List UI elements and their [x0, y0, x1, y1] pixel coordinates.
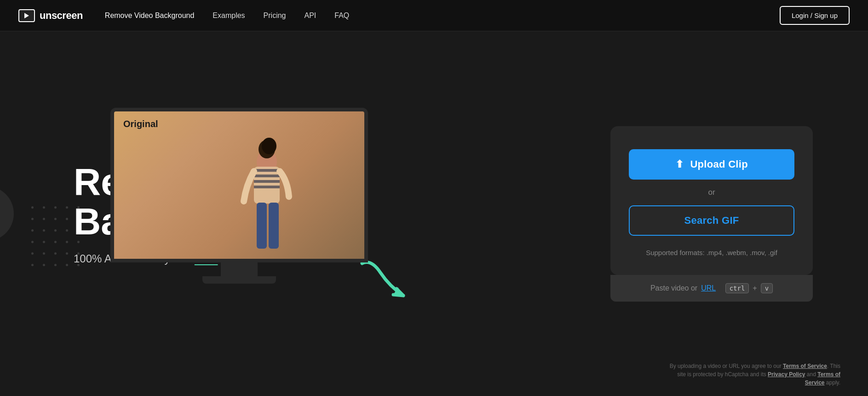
footer-tos-link[interactable]: Terms of Service — [783, 363, 827, 369]
nav-link-api[interactable]: API — [304, 12, 316, 19]
dot — [43, 206, 45, 209]
footer-text-1: By uploading a video or URL you agree to… — [670, 363, 783, 369]
svg-rect-9 — [257, 203, 267, 249]
monitor-mockup: Original — [110, 108, 368, 284]
footer-legal: By uploading a video or URL you agree to… — [666, 362, 840, 387]
upload-clip-button[interactable]: ⬆ Upload Clip — [629, 149, 794, 180]
monitor-screen: Original — [110, 108, 368, 262]
svg-rect-10 — [269, 203, 279, 249]
svg-rect-4 — [254, 167, 280, 204]
nav-link-examples[interactable]: Examples — [213, 12, 245, 19]
upload-clip-label: Upload Clip — [690, 158, 748, 170]
svg-rect-7 — [254, 180, 280, 183]
footer-text-3: and — [805, 371, 818, 378]
plus-sign: + — [753, 284, 757, 292]
svg-rect-8 — [254, 186, 280, 188]
dot — [43, 229, 45, 232]
dot — [43, 218, 45, 220]
logo-text: unscreen — [40, 10, 83, 22]
dot — [31, 229, 34, 232]
paste-text-space — [719, 284, 721, 292]
monitor-stand — [221, 262, 258, 276]
navbar: unscreen Remove Video Background Example… — [0, 0, 868, 31]
dot — [43, 241, 45, 243]
formats-text: Supported formats: .mp4, .webm, .mov, .g… — [646, 249, 777, 256]
dot — [54, 229, 57, 232]
footer-privacy-link[interactable]: Privacy Policy — [768, 371, 805, 378]
dot — [43, 252, 45, 255]
svg-rect-6 — [254, 175, 280, 177]
monitor-base — [202, 276, 276, 284]
upload-panel: ⬆ Upload Clip or Search GIF Supported fo… — [610, 126, 813, 275]
paste-bar: Paste video or URL ctrl + v — [610, 275, 813, 302]
nav-link-remove-video[interactable]: Remove Video Background — [105, 12, 195, 19]
dot — [54, 241, 57, 243]
dot — [66, 218, 68, 220]
svg-rect-5 — [254, 169, 280, 172]
original-label: Original — [123, 119, 158, 129]
or-divider: or — [708, 188, 715, 197]
nav-item-api[interactable]: API — [304, 12, 316, 20]
nav-links: Remove Video Background Examples Pricing… — [105, 12, 349, 20]
nav-link-pricing[interactable]: Pricing — [264, 12, 286, 19]
paste-text: Paste video or — [650, 284, 697, 292]
login-button[interactable]: Login / Sign up — [780, 6, 850, 25]
dot — [54, 264, 57, 266]
nav-item-pricing[interactable]: Pricing — [264, 12, 286, 20]
upload-icon: ⬆ — [675, 158, 684, 170]
kbd-v: v — [761, 283, 773, 293]
dot — [66, 264, 68, 266]
nav-link-faq[interactable]: FAQ — [334, 12, 349, 19]
dot — [54, 218, 57, 220]
hero-right-panel: ⬆ Upload Clip or Search GIF Supported fo… — [610, 126, 813, 302]
dot — [66, 206, 68, 209]
monitor-image: Original — [114, 111, 364, 259]
dot — [66, 241, 68, 243]
hero-section: Remove Video Background 100% Automatical… — [0, 31, 868, 396]
nav-item-remove-video[interactable]: Remove Video Background — [105, 12, 195, 20]
footer-text-4: apply. — [825, 379, 840, 386]
search-gif-button[interactable]: Search GIF — [629, 205, 794, 236]
paste-url-link[interactable]: URL — [701, 284, 716, 292]
dot — [31, 206, 34, 209]
nav-item-faq[interactable]: FAQ — [334, 12, 349, 20]
logo[interactable]: unscreen — [18, 9, 83, 22]
svg-point-3 — [262, 138, 276, 154]
nav-item-examples[interactable]: Examples — [213, 12, 245, 20]
hero-content-left: Remove Video Background 100% Automatical… — [74, 162, 518, 265]
dot — [31, 264, 34, 266]
dots-decoration — [31, 206, 80, 266]
kbd-ctrl: ctrl — [725, 283, 749, 293]
logo-icon — [18, 9, 35, 22]
half-circle-decoration — [0, 186, 14, 241]
dot — [31, 218, 34, 220]
nav-left: unscreen Remove Video Background Example… — [18, 9, 349, 22]
woman-figure — [221, 125, 313, 259]
dot — [43, 264, 45, 266]
dot — [31, 252, 34, 255]
dot — [54, 252, 57, 255]
dot — [66, 229, 68, 232]
dot — [66, 252, 68, 255]
dot — [31, 241, 34, 243]
dot — [54, 206, 57, 209]
